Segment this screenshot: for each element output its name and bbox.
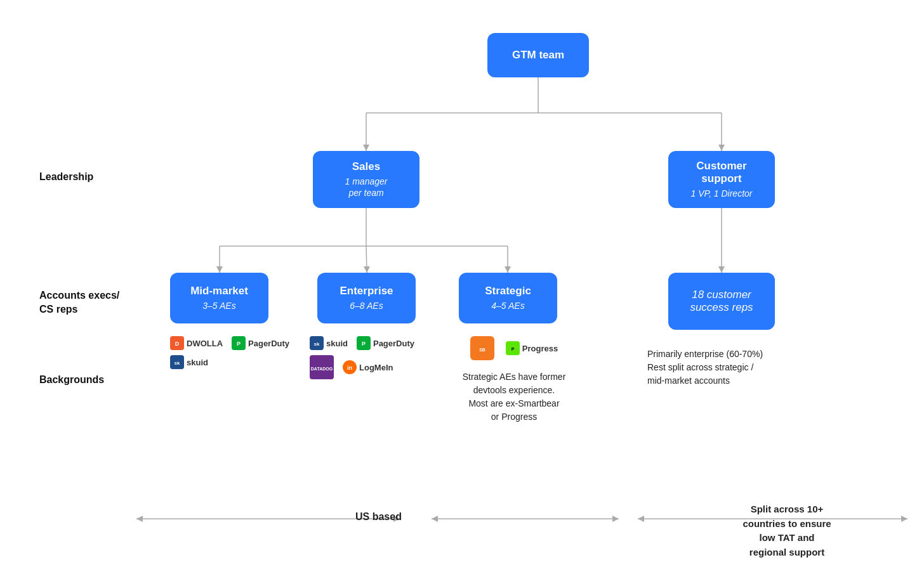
svg-marker-15 xyxy=(505,266,511,273)
svg-marker-26 xyxy=(901,516,908,522)
split-countries-label: Split across 10+countries to ensurelow T… xyxy=(717,502,857,559)
svg-text:P: P xyxy=(511,347,514,351)
svg-marker-6 xyxy=(718,145,725,151)
skuid-logo-ent: sk skuid xyxy=(310,336,348,350)
dwolla-logo: D DWOLLA xyxy=(170,336,223,350)
svg-marker-19 xyxy=(136,516,143,522)
strategic-subtitle: 4–5 AEs xyxy=(491,300,524,311)
smartbear-logo: SB xyxy=(470,336,494,360)
svg-marker-12 xyxy=(364,266,370,273)
svg-text:P: P xyxy=(237,341,241,347)
svg-text:DATADOG: DATADOG xyxy=(311,367,333,371)
cs-reps-box: 18 customersuccess reps xyxy=(668,273,775,330)
strategic-bg-text: Strategic AEs have formerdevtools experi… xyxy=(463,370,566,424)
svg-text:D: D xyxy=(175,341,180,347)
midmarket-title: Mid-market xyxy=(190,285,248,297)
svg-marker-17 xyxy=(718,266,725,273)
cs-subtitle: 1 VP, 1 Director xyxy=(690,188,752,199)
strategic-title: Strategic xyxy=(485,285,531,297)
cs-title: Customersupport xyxy=(696,160,746,186)
svg-marker-22 xyxy=(432,516,438,522)
enterprise-logos: sk skuid P PagerDuty DATADOG xyxy=(310,336,414,379)
midmarket-box: Mid-market 3–5 AEs xyxy=(170,273,268,323)
enterprise-box: Enterprise 6–8 AEs xyxy=(317,273,416,323)
svg-text:P: P xyxy=(362,341,366,347)
strategic-box: Strategic 4–5 AEs xyxy=(459,273,557,323)
pagerduty-logo-mm: P PagerDuty xyxy=(232,336,289,350)
datadog-logo: DATADOG xyxy=(310,355,334,379)
logmein-logo: in LogMeIn xyxy=(343,360,393,374)
svg-text:SB: SB xyxy=(479,348,485,352)
customer-support-box: Customersupport 1 VP, 1 Director xyxy=(668,151,775,208)
diagram-container: GTM team Leadership Sales 1 managerper t… xyxy=(0,0,924,567)
pagerduty-logo-ent: P PagerDuty xyxy=(357,336,414,350)
label-leadership: Leadership xyxy=(39,171,93,183)
skuid-logo-mm: sk skuid xyxy=(170,355,208,369)
label-backgrounds: Backgrounds xyxy=(39,374,104,386)
cs-reps-bg-text: Primarily enterprise (60-70%)Rest split … xyxy=(647,348,800,388)
gtm-box: GTM team xyxy=(487,33,589,77)
midmarket-logos: D DWOLLA P PagerDuty sk skuid xyxy=(170,336,289,369)
svg-marker-25 xyxy=(638,516,644,522)
progress-logo: P Progress xyxy=(506,341,558,355)
enterprise-title: Enterprise xyxy=(340,285,393,297)
svg-text:in: in xyxy=(347,365,352,371)
enterprise-subtitle: 6–8 AEs xyxy=(350,300,383,311)
svg-marker-3 xyxy=(363,145,369,151)
sales-box: Sales 1 managerper team xyxy=(313,151,419,208)
strategic-backgrounds: SB P Progress Strategic AEs have formerd… xyxy=(444,336,584,424)
svg-text:sk: sk xyxy=(314,341,320,347)
cs-reps-title: 18 customersuccess reps xyxy=(690,289,753,315)
gtm-title: GTM team xyxy=(512,49,564,62)
sales-subtitle: 1 managerper team xyxy=(345,176,388,199)
sales-title: Sales xyxy=(352,160,380,173)
svg-line-11 xyxy=(366,246,367,273)
svg-text:sk: sk xyxy=(175,360,180,366)
svg-marker-23 xyxy=(612,516,619,522)
svg-marker-10 xyxy=(216,266,223,273)
label-accounts: Accounts execs/CS reps xyxy=(39,289,119,317)
midmarket-subtitle: 3–5 AEs xyxy=(202,300,235,311)
us-based-label: US based xyxy=(355,511,402,523)
